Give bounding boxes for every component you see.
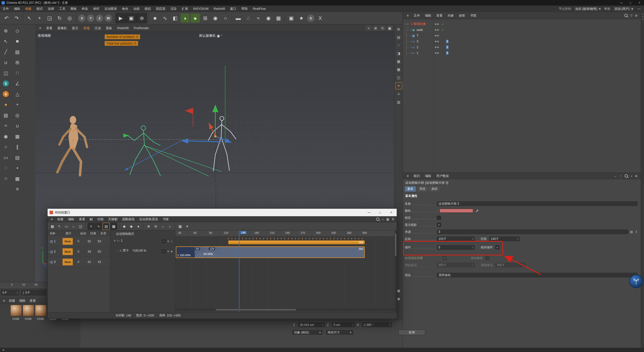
palette-panel-icon[interactable]: ▤ (395, 34, 402, 40)
status-menu-icon[interactable] (3, 348, 4, 352)
mograph-button[interactable]: ⊞ (200, 13, 210, 23)
material-thumbnail[interactable] (23, 305, 34, 316)
gear-icon[interactable] (635, 174, 637, 178)
timeline-vscrollbar[interactable] (395, 230, 397, 312)
eyedropper-icon[interactable] (476, 209, 479, 212)
toolbar-separator[interactable] (285, 14, 285, 23)
object-row-2[interactable]: ▭ 2 ‖ (403, 44, 641, 50)
object-label[interactable]: 1 (417, 51, 418, 55)
solo-checkbox[interactable] (162, 239, 166, 243)
view-menu-prorender[interactable]: ProRender (131, 24, 151, 32)
motion-layer-row[interactable]: ≡ 层 0 *100.00 % (117, 248, 146, 253)
palette-list-icon[interactable]: ≡ (395, 91, 402, 97)
tl-move-icon[interactable]: ↔ (70, 223, 77, 230)
tl-separator[interactable] (119, 224, 119, 229)
viewport-zoom-icon[interactable] (373, 25, 379, 31)
menu-create[interactable]: 创建 (23, 6, 34, 12)
add-volume-button[interactable]: ◆ (191, 14, 200, 23)
palette-snap-icon[interactable]: # (395, 82, 402, 89)
motion-clip-tag-icon[interactable]: ‖ (446, 51, 449, 55)
tab-hierarchy[interactable]: 层级 (417, 186, 428, 192)
om-menu-file[interactable]: 文件 (411, 12, 422, 19)
smooth-tool-icon[interactable]: ≈ (1, 120, 11, 131)
timeline-maximize-button[interactable] (375, 209, 386, 216)
enable-check-icon[interactable]: ✓ (441, 28, 444, 32)
move-tool-icon[interactable]: + (34, 13, 45, 23)
live-select-icon[interactable]: ↖ (24, 13, 34, 23)
lock-mode-icon[interactable]: ▪ (12, 163, 23, 173)
viewport-rotate-icon[interactable] (380, 25, 386, 31)
undo-icon[interactable]: ↶ (2, 13, 12, 23)
floor-button[interactable]: ▬ (233, 13, 243, 23)
minimize-button[interactable] (617, 0, 626, 6)
ghosts-checkbox[interactable] (437, 223, 441, 227)
clip-blend-segment[interactable]: 92 (195, 247, 206, 257)
material-label[interactable]: Ch36 (10, 317, 21, 320)
tl-home-icon[interactable]: ⌂ (167, 223, 173, 230)
material-label[interactable]: Ch36 (23, 317, 34, 320)
history-back-icon[interactable] (614, 174, 617, 178)
visibility-dots[interactable] (435, 41, 439, 42)
palette-rows-icon[interactable]: ▥ (395, 99, 402, 105)
start-input[interactable]: 103 F (437, 237, 475, 241)
menu-insydium[interactable]: INSYDIUM (191, 6, 211, 12)
menu-mode[interactable]: 模式 (34, 6, 45, 12)
size-mode-dropdown[interactable]: 绝对尺寸 (326, 330, 353, 335)
add-landscape-button[interactable]: ▲ (181, 14, 190, 23)
add-cube-button[interactable]: ■ (150, 13, 160, 23)
tl-fit-icon[interactable]: ↔ (159, 223, 166, 230)
iso-mode-icon[interactable]: ▤ (12, 152, 23, 163)
signal-badge-icon[interactable]: S (1, 89, 11, 99)
render-view-button[interactable]: ▶ (115, 13, 126, 23)
am-menu-edit[interactable]: 编辑 (422, 173, 434, 179)
track-name[interactable]: 2 (54, 250, 62, 253)
tl-menu-keys[interactable]: 关键帧 (106, 216, 120, 222)
plugin-qr-button[interactable]: ▣ (286, 13, 296, 23)
menu-animate[interactable]: 动画 (131, 6, 142, 12)
am-menu-userdata[interactable]: 用户数据 (434, 173, 451, 179)
tab-advanced[interactable]: 高级 (429, 186, 440, 192)
tl-menu-frame[interactable]: 帧 (87, 216, 95, 222)
tl-record-icon[interactable]: ● (135, 223, 142, 230)
sphere-tool-icon[interactable]: ● (1, 99, 11, 110)
viewport-maximize-icon[interactable] (387, 25, 393, 31)
om-menu-edit[interactable]: 编辑 (422, 12, 434, 19)
tl-layer-icon[interactable]: ▩ (110, 223, 117, 230)
position-z-input[interactable]: 30.415 cm (298, 323, 325, 327)
mat-menu-view[interactable]: 查看 (27, 298, 38, 304)
expand-icon[interactable] (49, 250, 50, 253)
expand-icon[interactable] (49, 260, 50, 264)
material-label[interactable]: Ch36 (35, 317, 46, 320)
lock-y-button[interactable]: Y (87, 15, 94, 22)
object-label[interactable]: 2 (417, 46, 418, 49)
toolbar-separator[interactable] (114, 14, 114, 23)
menu-tracker[interactable]: 跟踪器 (153, 6, 168, 12)
spinner-icon[interactable] (516, 238, 518, 240)
clip-segment-start[interactable]: 1 100.00% (176, 247, 195, 257)
menu-window[interactable]: 窗口 (227, 6, 239, 12)
camera-label[interactable]: 默认摄像机° (199, 33, 222, 38)
menu-render[interactable]: 渲染 (168, 6, 179, 12)
visibility-dots[interactable] (435, 35, 439, 36)
layer-menu-icon[interactable] (167, 240, 169, 243)
viewport-pan-icon[interactable] (366, 25, 372, 31)
object-label[interactable]: 3 (417, 40, 418, 43)
fields-button[interactable]: ◉ (210, 13, 220, 23)
grid-toggle-icon[interactable]: ▦ (12, 131, 23, 142)
menu-volume[interactable]: 体积 (91, 6, 102, 12)
track-thumbnail[interactable]: Num (62, 238, 73, 245)
tl-zoom-in-icon[interactable]: ⊕ (145, 223, 152, 230)
settings-tool-icon[interactable]: ⊛ (1, 25, 11, 36)
menu-realflow[interactable]: RealFlow (250, 6, 268, 12)
rect-select-icon[interactable]: ▭ (1, 152, 11, 163)
solo-checkbox[interactable] (162, 249, 166, 253)
object-row-pivot[interactable]: + 1 枢轴对象 ✓ (403, 21, 641, 27)
model-mode-icon[interactable]: ■ (12, 36, 23, 47)
points-mode-icon[interactable]: ∷ (12, 68, 23, 78)
layers-icon[interactable]: ▩ (12, 173, 23, 184)
rotate-tool-icon[interactable]: ↻ (55, 13, 65, 23)
autoblend-checkbox[interactable] (442, 256, 447, 260)
palette-split-icon[interactable]: ◫ (395, 74, 402, 81)
tl-menu-create[interactable]: 创建 (55, 216, 66, 222)
list-view-icon[interactable]: ≡ (12, 184, 23, 194)
